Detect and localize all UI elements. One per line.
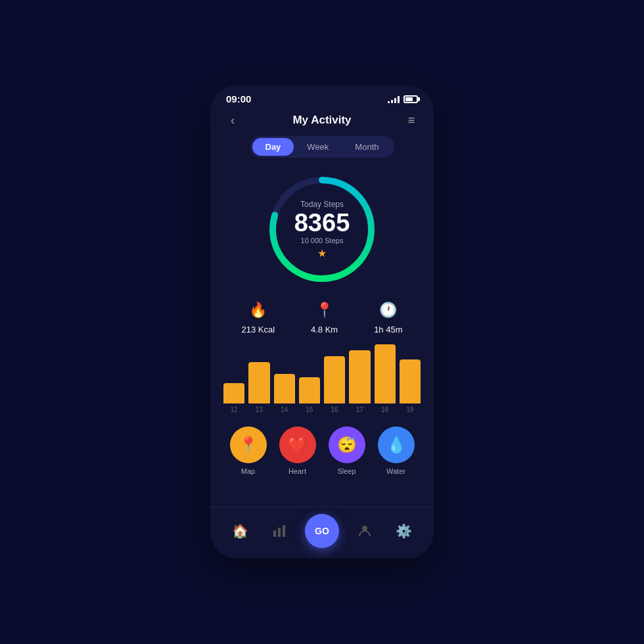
steps-star: ★ bbox=[294, 247, 350, 260]
battery-fill bbox=[405, 97, 413, 101]
phone-frame: 09:00 ‹ My Activity ≡ Day Week Month bbox=[210, 85, 434, 559]
chart-bar-label: 16 bbox=[331, 406, 338, 413]
svg-point-5 bbox=[362, 526, 367, 531]
water-icon-wrap: 💧 bbox=[378, 426, 415, 463]
map-icon-wrap: 📍 bbox=[230, 426, 267, 463]
stat-calories: 🔥 213 Kcal bbox=[241, 298, 275, 334]
action-map[interactable]: 📍 Map bbox=[230, 426, 267, 475]
steps-label: Today Steps bbox=[294, 200, 350, 209]
chart-bar-label: 19 bbox=[406, 406, 413, 413]
chart-bar bbox=[349, 350, 370, 403]
chart-bar bbox=[223, 383, 244, 404]
heart-icon-wrap: ❤️ bbox=[279, 426, 316, 463]
page-title: My Activity bbox=[292, 114, 351, 127]
chart-bar-group: 16 bbox=[324, 356, 345, 413]
chart-bar-group: 19 bbox=[400, 359, 421, 414]
action-sleep[interactable]: 😴 Sleep bbox=[329, 426, 365, 475]
tab-group: Day Week Month bbox=[250, 136, 394, 158]
chart-bar-group: 14 bbox=[274, 374, 295, 413]
chart-bars: 1213141516171819 bbox=[221, 348, 423, 413]
tab-month[interactable]: Month bbox=[342, 138, 392, 156]
signal-bar-4 bbox=[398, 96, 400, 103]
nav-home[interactable]: 🏠 bbox=[227, 518, 254, 544]
nav-stats[interactable] bbox=[266, 518, 292, 544]
calories-value: 213 Kcal bbox=[241, 325, 275, 334]
chart-section: 1213141516171819 bbox=[210, 345, 434, 416]
status-bar: 09:00 bbox=[210, 85, 434, 108]
chart-bar-label: 13 bbox=[256, 406, 263, 413]
tab-bar: Day Week Month bbox=[210, 136, 434, 168]
chart-bar-label: 12 bbox=[231, 406, 238, 413]
chart-bar-group: 13 bbox=[248, 362, 269, 413]
stat-time: 🕐 1h 45m bbox=[374, 298, 402, 334]
menu-button[interactable]: ≡ bbox=[402, 111, 421, 129]
nav-settings[interactable]: ⚙️ bbox=[390, 518, 417, 544]
status-icons bbox=[388, 95, 418, 103]
action-heart-label: Heart bbox=[288, 467, 306, 475]
distance-value: 4.8 Km bbox=[311, 325, 338, 334]
bottom-nav: 🏠 GO ⚙️ bbox=[210, 507, 434, 559]
svg-rect-3 bbox=[278, 528, 281, 537]
steps-goal: 10 000 Steps bbox=[294, 237, 350, 244]
steps-circle: Today Steps 8365 10 000 Steps ★ bbox=[266, 173, 378, 285]
signal-bar-1 bbox=[388, 101, 390, 103]
chart-bar bbox=[324, 356, 345, 403]
stats-row: 🔥 213 Kcal 📍 4.8 Km 🕐 1h 45m bbox=[210, 296, 434, 345]
chart-bar bbox=[375, 344, 396, 403]
chart-bar-label: 17 bbox=[356, 406, 363, 413]
action-water-label: Water bbox=[386, 467, 405, 475]
chart-bar-label: 14 bbox=[281, 406, 288, 413]
calories-icon: 🔥 bbox=[246, 298, 270, 322]
tab-day[interactable]: Day bbox=[252, 138, 294, 156]
steps-inner: Today Steps 8365 10 000 Steps ★ bbox=[294, 200, 350, 260]
chart-bar bbox=[274, 374, 295, 403]
chart-bar bbox=[299, 377, 320, 404]
chart-bar-group: 17 bbox=[349, 350, 370, 413]
chart-bar-group: 18 bbox=[375, 344, 396, 413]
sleep-icon-wrap: 😴 bbox=[329, 426, 365, 463]
actions-section: 📍 Map ❤️ Heart 😴 Sleep 💧 Water bbox=[210, 416, 434, 480]
chart-bar-group: 15 bbox=[299, 377, 320, 414]
time-value: 1h 45m bbox=[374, 325, 402, 334]
chart-bar bbox=[400, 359, 421, 404]
chart-bar-group: 12 bbox=[223, 383, 244, 414]
steps-section: Today Steps 8365 10 000 Steps ★ bbox=[210, 168, 434, 296]
stat-distance: 📍 4.8 Km bbox=[311, 298, 338, 334]
signal-icon bbox=[388, 95, 400, 103]
svg-rect-2 bbox=[273, 530, 276, 537]
signal-bar-3 bbox=[394, 98, 396, 103]
action-map-label: Map bbox=[241, 467, 255, 475]
tab-week[interactable]: Week bbox=[294, 138, 342, 156]
nav-profile[interactable] bbox=[352, 518, 378, 544]
chart-bar bbox=[248, 362, 269, 403]
action-heart[interactable]: ❤️ Heart bbox=[279, 426, 316, 475]
back-button[interactable]: ‹ bbox=[223, 111, 242, 129]
status-time: 09:00 bbox=[226, 93, 251, 104]
distance-icon: 📍 bbox=[313, 298, 336, 322]
chart-bar-label: 18 bbox=[381, 406, 388, 413]
steps-count: 8365 bbox=[294, 210, 350, 235]
battery-icon bbox=[403, 95, 418, 103]
time-icon: 🕐 bbox=[377, 298, 400, 322]
go-button[interactable]: GO bbox=[305, 514, 339, 548]
signal-bar-2 bbox=[391, 100, 393, 103]
action-water[interactable]: 💧 Water bbox=[378, 426, 415, 475]
chart-bar-label: 15 bbox=[306, 406, 313, 413]
action-sleep-label: Sleep bbox=[337, 467, 356, 475]
header: ‹ My Activity ≡ bbox=[210, 108, 434, 136]
svg-rect-4 bbox=[283, 525, 285, 537]
